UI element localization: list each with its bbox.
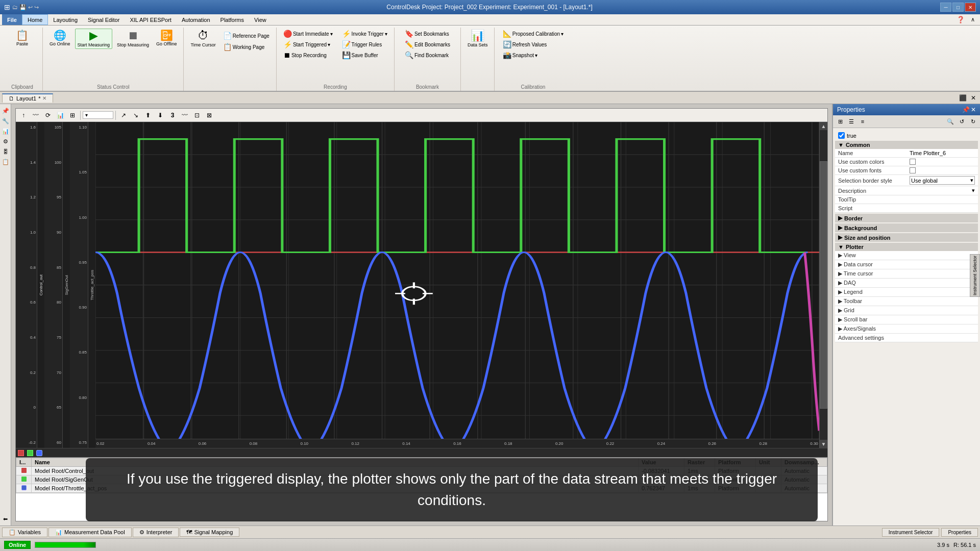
prop-row-grid[interactable]: ▶ Grid — [835, 306, 978, 315]
minimize-button[interactable]: ─ — [940, 3, 951, 12]
sidebar-btn-3[interactable]: 📊 — [1, 127, 10, 136]
plot-btn-grid[interactable]: ⊞ — [67, 110, 78, 121]
ribbon-collapse-button[interactable]: ∧ — [968, 15, 978, 24]
go-offline-button[interactable]: 📴 Go Offline — [154, 29, 179, 48]
menu-item-file[interactable]: File — [2, 14, 22, 25]
maximize-button[interactable]: □ — [952, 3, 964, 12]
prop-toolbar-btn5[interactable]: ↺ — [957, 116, 967, 127]
sidebar-btn-2[interactable]: 🔧 — [1, 116, 10, 126]
prop-border-style-value[interactable]: Use global ▾ — [910, 176, 975, 185]
prop-row-scroll-bar[interactable]: ▶ Scroll bar — [835, 315, 978, 324]
instrument-selector-tab[interactable]: Instrument Selector — [970, 254, 980, 297]
menu-item-layouting[interactable]: Layouting — [48, 14, 83, 25]
help-button[interactable]: ❓ — [953, 15, 968, 24]
plot-btn-up2[interactable]: ⬆ — [142, 110, 154, 121]
sidebar-btn-6[interactable]: 📋 — [1, 157, 10, 166]
signal-mapping-tab[interactable]: 🗺 Signal Mapping — [180, 528, 239, 537]
prop-row-axes-signals[interactable]: ▶ Axes/Signals — [835, 324, 978, 334]
proposed-calibration-dropdown-icon[interactable]: ▾ — [561, 31, 564, 37]
sidebar-btn-bottom[interactable]: ⬅ — [1, 514, 10, 523]
prop-section-border-header[interactable]: ▶ Border — [835, 214, 978, 222]
prop-section-background-header[interactable]: ▶ Background — [835, 223, 978, 232]
scroll-thumb[interactable] — [820, 161, 827, 409]
plot-btn-refresh[interactable]: ⟳ — [42, 110, 54, 121]
prop-row-data-cursor[interactable]: ▶ Data cursor — [835, 260, 978, 269]
prop-name-value[interactable]: Time Plotter_6 — [910, 150, 975, 156]
layout1-tab-close[interactable]: ✕ — [42, 95, 46, 101]
prop-toolbar-btn3[interactable]: ≡ — [857, 116, 868, 127]
plot-btn-bar[interactable]: 📊 — [55, 110, 66, 121]
prop-section-plotter-header[interactable]: ▼ Plotter — [835, 243, 978, 251]
paste-button[interactable]: 📋 Paste — [12, 29, 33, 48]
interpreter-tab[interactable]: ⚙ Interpreter — [133, 528, 179, 537]
proposed-calibration-button[interactable]: 📐 Proposed Calibration ▾ — [500, 29, 566, 39]
prop-section-common-header[interactable]: ▼ Common — [835, 141, 978, 149]
chart-scrollbar[interactable]: ▲ ▼ — [819, 122, 827, 448]
scroll-track[interactable] — [820, 130, 827, 440]
sidebar-btn-1[interactable]: 📌 — [1, 106, 10, 115]
prop-row-daq[interactable]: ▶ DAQ — [835, 279, 978, 288]
prop-row-toolbar[interactable]: ▶ Toolbar — [835, 297, 978, 306]
start-triggered-button[interactable]: ⚡ Start Triggered ▾ — [281, 39, 335, 49]
prop-row-legend[interactable]: ▶ Legend — [835, 288, 978, 297]
time-cursor-button[interactable]: ⏱ Time Cursor — [188, 29, 218, 49]
start-immediate-dropdown-icon[interactable]: ▾ — [330, 31, 333, 37]
start-measuring-button[interactable]: ▶ Start Measuring — [75, 29, 113, 49]
prop-description-value[interactable]: ▾ — [910, 187, 975, 194]
menu-item-signal-editor[interactable]: Signal Editor — [83, 14, 125, 25]
window-controls[interactable]: ─ □ ✕ — [940, 3, 976, 12]
invoke-trigger-button[interactable]: ⚡ Invoke Trigger ▾ — [339, 29, 390, 39]
start-immediate-button[interactable]: 🔴 Start Immediate ▾ — [281, 29, 335, 39]
custom-colors-checkbox[interactable] — [910, 159, 916, 165]
layout1-tab[interactable]: 🗋 Layout1 * ✕ — [2, 93, 53, 103]
menu-item-xil[interactable]: XIL API EESPort — [125, 14, 177, 25]
working-page-button[interactable]: 📋 Working Page — [220, 42, 272, 52]
instrument-selector-bottom[interactable]: Instrument Selector — [882, 528, 940, 537]
plot-btn-wave[interactable]: 〰 — [30, 110, 41, 121]
prop-row-view[interactable]: ▶ View — [835, 251, 978, 260]
menu-item-view[interactable]: View — [249, 14, 272, 25]
variables-tab[interactable]: 📋 Variables — [2, 528, 47, 537]
prop-toolbar-btn6[interactable]: ↻ — [968, 116, 978, 127]
sidebar-btn-4[interactable]: ⚙ — [1, 137, 10, 146]
plot-select-dropdown[interactable]: ▾ — [83, 111, 113, 119]
menu-item-home[interactable]: Home — [22, 14, 48, 25]
plot-svg-area[interactable]: 0.02 0.04 0.06 0.08 0.10 0.12 0.14 0.16 … — [95, 122, 819, 448]
properties-close-button[interactable]: ✕ — [971, 106, 976, 113]
snapshot-dropdown-icon[interactable]: ▾ — [535, 53, 537, 58]
plot-btn-up[interactable]: ↑ — [18, 110, 29, 121]
find-bookmark-button[interactable]: 🔍 Find Bookmark — [402, 50, 453, 60]
prop-toolbar-btn1[interactable]: ⊞ — [835, 116, 845, 127]
save-buffer-button[interactable]: 💾 Save Buffer — [339, 50, 390, 60]
invoke-trigger-dropdown-icon[interactable]: ▾ — [385, 31, 387, 37]
refresh-values-button[interactable]: 🔄 Refresh Values — [500, 39, 566, 49]
plot-btn-scale-down[interactable]: ↘ — [130, 110, 141, 121]
prop-toolbar-btn2[interactable]: ☰ — [846, 116, 856, 127]
plot-btn-xmark[interactable]: ⊠ — [204, 110, 215, 121]
snapshot-button[interactable]: 📸 Snapshot ▾ — [500, 50, 566, 60]
plot-btn-num3[interactable]: 3 — [167, 110, 178, 121]
properties-bottom-tab[interactable]: Properties — [941, 528, 978, 537]
edit-bookmarks-button[interactable]: ✏️ Edit Bookmarks — [402, 39, 453, 49]
trigger-rules-button[interactable]: 📝 Trigger Rules — [339, 39, 390, 49]
reference-page-button[interactable]: 📄 Reference Page — [220, 31, 272, 41]
active-checkbox[interactable] — [838, 132, 845, 139]
sidebar-btn-5[interactable]: 🎛 — [1, 147, 10, 156]
menu-item-platforms[interactable]: Platforms — [215, 14, 249, 25]
border-style-dropdown[interactable]: Use global ▾ — [910, 176, 975, 185]
prop-toolbar-btn4[interactable]: 🔍 — [945, 116, 955, 127]
menu-item-automation[interactable]: Automation — [177, 14, 215, 25]
set-bookmarks-button[interactable]: 🔖 Set Bookmarks — [402, 29, 453, 39]
tab-close-button[interactable]: ✕ — [969, 93, 978, 103]
go-online-button[interactable]: 🌐 Go Online — [47, 29, 73, 48]
tab-collapse-button[interactable]: ⬛ — [957, 93, 969, 103]
scroll-down-button[interactable]: ▼ — [820, 440, 827, 448]
plot-btn-down2[interactable]: ⬇ — [155, 110, 166, 121]
stop-recording-button[interactable]: ⏹ Stop Recording — [281, 50, 335, 60]
plot-btn-wave2[interactable]: 〰 — [179, 110, 190, 121]
properties-pin-button[interactable]: 📌 — [962, 106, 970, 113]
close-button[interactable]: ✕ — [965, 3, 976, 12]
plot-btn-scale-up[interactable]: ↗ — [118, 110, 129, 121]
measurement-pool-tab[interactable]: 📊 Measurement Data Pool — [48, 528, 132, 537]
scroll-up-button[interactable]: ▲ — [820, 122, 827, 130]
